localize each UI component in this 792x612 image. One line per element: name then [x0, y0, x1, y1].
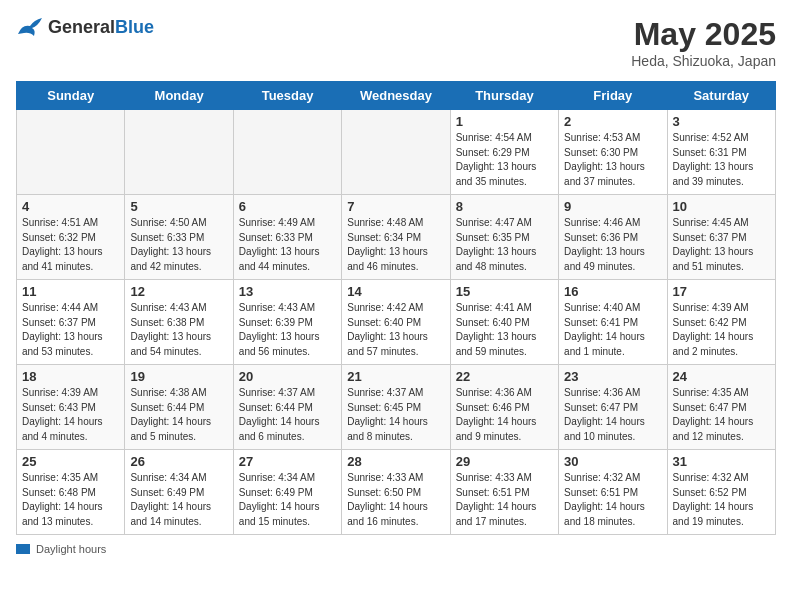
cell-info: Sunrise: 4:34 AM Sunset: 6:49 PM Dayligh…	[130, 471, 227, 529]
calendar-cell: 31Sunrise: 4:32 AM Sunset: 6:52 PM Dayli…	[667, 450, 775, 535]
date-number: 17	[673, 284, 770, 299]
calendar-cell: 15Sunrise: 4:41 AM Sunset: 6:40 PM Dayli…	[450, 280, 558, 365]
cell-info: Sunrise: 4:32 AM Sunset: 6:51 PM Dayligh…	[564, 471, 661, 529]
day-header-saturday: Saturday	[667, 82, 775, 110]
date-number: 14	[347, 284, 444, 299]
date-number: 23	[564, 369, 661, 384]
footer-label: Daylight hours	[36, 543, 106, 555]
date-number: 20	[239, 369, 336, 384]
cell-info: Sunrise: 4:46 AM Sunset: 6:36 PM Dayligh…	[564, 216, 661, 274]
cell-info: Sunrise: 4:50 AM Sunset: 6:33 PM Dayligh…	[130, 216, 227, 274]
calendar-cell: 24Sunrise: 4:35 AM Sunset: 6:47 PM Dayli…	[667, 365, 775, 450]
date-number: 31	[673, 454, 770, 469]
calendar-cell: 28Sunrise: 4:33 AM Sunset: 6:50 PM Dayli…	[342, 450, 450, 535]
date-number: 3	[673, 114, 770, 129]
date-number: 10	[673, 199, 770, 214]
cell-info: Sunrise: 4:48 AM Sunset: 6:34 PM Dayligh…	[347, 216, 444, 274]
cell-info: Sunrise: 4:51 AM Sunset: 6:32 PM Dayligh…	[22, 216, 119, 274]
logo: GeneralBlue	[16, 16, 154, 38]
calendar-cell: 3Sunrise: 4:52 AM Sunset: 6:31 PM Daylig…	[667, 110, 775, 195]
calendar-cell: 23Sunrise: 4:36 AM Sunset: 6:47 PM Dayli…	[559, 365, 667, 450]
day-header-sunday: Sunday	[17, 82, 125, 110]
cell-info: Sunrise: 4:32 AM Sunset: 6:52 PM Dayligh…	[673, 471, 770, 529]
calendar-cell	[125, 110, 233, 195]
date-number: 19	[130, 369, 227, 384]
calendar-cell: 12Sunrise: 4:43 AM Sunset: 6:38 PM Dayli…	[125, 280, 233, 365]
calendar-cell: 6Sunrise: 4:49 AM Sunset: 6:33 PM Daylig…	[233, 195, 341, 280]
title-block: May 2025 Heda, Shizuoka, Japan	[631, 16, 776, 69]
calendar-cell	[233, 110, 341, 195]
cell-info: Sunrise: 4:34 AM Sunset: 6:49 PM Dayligh…	[239, 471, 336, 529]
calendar-cell: 21Sunrise: 4:37 AM Sunset: 6:45 PM Dayli…	[342, 365, 450, 450]
calendar-cell: 7Sunrise: 4:48 AM Sunset: 6:34 PM Daylig…	[342, 195, 450, 280]
date-number: 29	[456, 454, 553, 469]
calendar-cell: 13Sunrise: 4:43 AM Sunset: 6:39 PM Dayli…	[233, 280, 341, 365]
week-row-1: 1Sunrise: 4:54 AM Sunset: 6:29 PM Daylig…	[17, 110, 776, 195]
date-number: 2	[564, 114, 661, 129]
date-number: 13	[239, 284, 336, 299]
subtitle: Heda, Shizuoka, Japan	[631, 53, 776, 69]
cell-info: Sunrise: 4:49 AM Sunset: 6:33 PM Dayligh…	[239, 216, 336, 274]
cell-info: Sunrise: 4:36 AM Sunset: 6:47 PM Dayligh…	[564, 386, 661, 444]
cell-info: Sunrise: 4:39 AM Sunset: 6:42 PM Dayligh…	[673, 301, 770, 359]
cell-info: Sunrise: 4:35 AM Sunset: 6:47 PM Dayligh…	[673, 386, 770, 444]
calendar-cell: 8Sunrise: 4:47 AM Sunset: 6:35 PM Daylig…	[450, 195, 558, 280]
week-row-5: 25Sunrise: 4:35 AM Sunset: 6:48 PM Dayli…	[17, 450, 776, 535]
calendar-cell: 30Sunrise: 4:32 AM Sunset: 6:51 PM Dayli…	[559, 450, 667, 535]
day-header-tuesday: Tuesday	[233, 82, 341, 110]
cell-info: Sunrise: 4:38 AM Sunset: 6:44 PM Dayligh…	[130, 386, 227, 444]
cell-info: Sunrise: 4:54 AM Sunset: 6:29 PM Dayligh…	[456, 131, 553, 189]
date-number: 25	[22, 454, 119, 469]
cell-info: Sunrise: 4:43 AM Sunset: 6:38 PM Dayligh…	[130, 301, 227, 359]
date-number: 22	[456, 369, 553, 384]
week-row-4: 18Sunrise: 4:39 AM Sunset: 6:43 PM Dayli…	[17, 365, 776, 450]
cell-info: Sunrise: 4:47 AM Sunset: 6:35 PM Dayligh…	[456, 216, 553, 274]
cell-info: Sunrise: 4:53 AM Sunset: 6:30 PM Dayligh…	[564, 131, 661, 189]
calendar-cell	[17, 110, 125, 195]
date-number: 6	[239, 199, 336, 214]
calendar-cell: 4Sunrise: 4:51 AM Sunset: 6:32 PM Daylig…	[17, 195, 125, 280]
date-number: 8	[456, 199, 553, 214]
date-number: 24	[673, 369, 770, 384]
calendar-cell: 18Sunrise: 4:39 AM Sunset: 6:43 PM Dayli…	[17, 365, 125, 450]
calendar-cell: 2Sunrise: 4:53 AM Sunset: 6:30 PM Daylig…	[559, 110, 667, 195]
date-number: 9	[564, 199, 661, 214]
cell-info: Sunrise: 4:36 AM Sunset: 6:46 PM Dayligh…	[456, 386, 553, 444]
date-number: 1	[456, 114, 553, 129]
calendar-cell: 27Sunrise: 4:34 AM Sunset: 6:49 PM Dayli…	[233, 450, 341, 535]
date-number: 5	[130, 199, 227, 214]
calendar-cell: 26Sunrise: 4:34 AM Sunset: 6:49 PM Dayli…	[125, 450, 233, 535]
date-number: 26	[130, 454, 227, 469]
cell-info: Sunrise: 4:41 AM Sunset: 6:40 PM Dayligh…	[456, 301, 553, 359]
calendar-cell: 5Sunrise: 4:50 AM Sunset: 6:33 PM Daylig…	[125, 195, 233, 280]
day-header-friday: Friday	[559, 82, 667, 110]
date-number: 28	[347, 454, 444, 469]
logo-general: General	[48, 17, 115, 37]
calendar-table: SundayMondayTuesdayWednesdayThursdayFrid…	[16, 81, 776, 535]
date-number: 16	[564, 284, 661, 299]
cell-info: Sunrise: 4:39 AM Sunset: 6:43 PM Dayligh…	[22, 386, 119, 444]
date-number: 27	[239, 454, 336, 469]
calendar-cell: 16Sunrise: 4:40 AM Sunset: 6:41 PM Dayli…	[559, 280, 667, 365]
calendar-cell: 22Sunrise: 4:36 AM Sunset: 6:46 PM Dayli…	[450, 365, 558, 450]
page-header: GeneralBlue May 2025 Heda, Shizuoka, Jap…	[16, 16, 776, 69]
week-row-2: 4Sunrise: 4:51 AM Sunset: 6:32 PM Daylig…	[17, 195, 776, 280]
calendar-cell: 10Sunrise: 4:45 AM Sunset: 6:37 PM Dayli…	[667, 195, 775, 280]
week-row-3: 11Sunrise: 4:44 AM Sunset: 6:37 PM Dayli…	[17, 280, 776, 365]
calendar-cell: 25Sunrise: 4:35 AM Sunset: 6:48 PM Dayli…	[17, 450, 125, 535]
main-title: May 2025	[631, 16, 776, 53]
footer-bar-icon	[16, 544, 30, 554]
cell-info: Sunrise: 4:52 AM Sunset: 6:31 PM Dayligh…	[673, 131, 770, 189]
date-number: 30	[564, 454, 661, 469]
cell-info: Sunrise: 4:35 AM Sunset: 6:48 PM Dayligh…	[22, 471, 119, 529]
calendar-cell: 9Sunrise: 4:46 AM Sunset: 6:36 PM Daylig…	[559, 195, 667, 280]
cell-info: Sunrise: 4:40 AM Sunset: 6:41 PM Dayligh…	[564, 301, 661, 359]
date-number: 21	[347, 369, 444, 384]
calendar-cell: 14Sunrise: 4:42 AM Sunset: 6:40 PM Dayli…	[342, 280, 450, 365]
cell-info: Sunrise: 4:44 AM Sunset: 6:37 PM Dayligh…	[22, 301, 119, 359]
date-number: 12	[130, 284, 227, 299]
calendar-cell: 29Sunrise: 4:33 AM Sunset: 6:51 PM Dayli…	[450, 450, 558, 535]
calendar-cell: 17Sunrise: 4:39 AM Sunset: 6:42 PM Dayli…	[667, 280, 775, 365]
date-number: 18	[22, 369, 119, 384]
calendar-cell: 1Sunrise: 4:54 AM Sunset: 6:29 PM Daylig…	[450, 110, 558, 195]
